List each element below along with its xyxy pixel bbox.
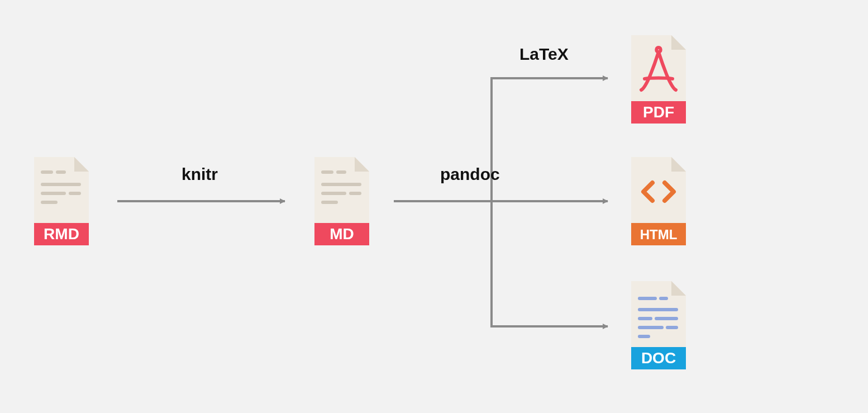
file-icon-pdf: PDF: [628, 32, 689, 129]
svg-rect-2: [41, 183, 81, 186]
file-badge-html: HTML: [640, 227, 678, 242]
file-badge-md: MD: [330, 225, 354, 243]
svg-rect-3: [41, 192, 66, 195]
file-icon-md: MD: [311, 154, 373, 251]
svg-rect-22: [666, 326, 678, 329]
arrow-md-to-doc: [492, 201, 608, 326]
svg-rect-4: [69, 192, 81, 195]
file-badge-pdf: PDF: [643, 103, 674, 121]
diagram-canvas: RMD MD: [0, 0, 868, 413]
svg-rect-8: [336, 170, 346, 174]
file-icon-rmd: RMD: [31, 154, 92, 251]
arrow-md-to-pdf: [492, 78, 608, 201]
svg-rect-7: [321, 170, 333, 174]
svg-rect-1: [56, 170, 66, 174]
svg-rect-11: [349, 192, 361, 195]
svg-rect-10: [321, 192, 346, 195]
label-knitr: knitr: [182, 165, 218, 184]
label-latex: LaTeX: [519, 45, 569, 64]
file-badge-rmd: RMD: [44, 225, 79, 243]
svg-rect-5: [41, 201, 58, 204]
svg-rect-9: [321, 183, 361, 186]
file-icon-html: HTML: [628, 154, 689, 251]
label-pandoc: pandoc: [440, 165, 500, 184]
svg-rect-23: [638, 335, 650, 338]
svg-rect-19: [638, 317, 652, 320]
svg-rect-17: [659, 297, 668, 300]
svg-rect-18: [638, 308, 678, 311]
svg-rect-21: [638, 326, 664, 329]
svg-rect-20: [655, 317, 678, 320]
svg-rect-0: [41, 170, 53, 174]
svg-rect-16: [638, 297, 657, 300]
svg-rect-12: [321, 201, 338, 204]
file-icon-doc: DOC: [628, 278, 689, 375]
file-badge-doc: DOC: [641, 349, 676, 367]
